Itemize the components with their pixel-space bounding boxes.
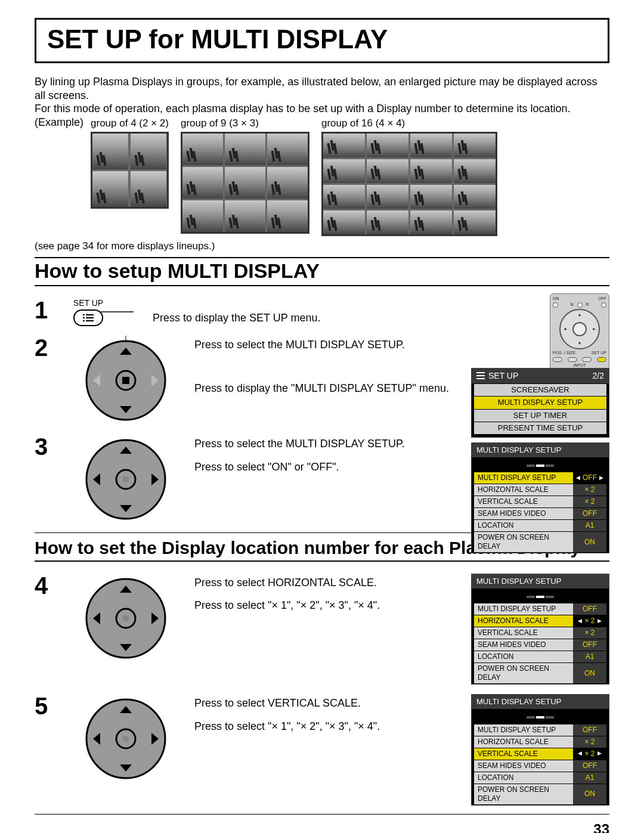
- osd-row-label: LOCATION: [474, 520, 573, 531]
- triangle-right-icon: ▶: [599, 475, 603, 481]
- group-4-label: group of 4 (2 × 2): [91, 117, 169, 129]
- osd-item-screensaver: SCREENSAVER: [474, 384, 606, 396]
- mode-note: For this mode of operation, each plasma …: [35, 102, 609, 116]
- step-1-text: Press to display the SET UP menu.: [153, 311, 609, 325]
- osd-row-label: LOCATION: [474, 651, 573, 662]
- osd-row-value: OFF: [583, 761, 597, 770]
- setup-button-label: SET UP: [73, 298, 103, 309]
- svg-rect-23: [123, 476, 129, 482]
- dpad-all-icon: [81, 435, 171, 524]
- osd-row-value: × 2: [584, 750, 595, 758]
- osd-mds-title: MULTI DISPLAY SETUP: [472, 574, 609, 589]
- step-5: 5 Press to select VERTICAL SCALE. Press …: [35, 689, 609, 810]
- osd-row-value: × 2: [584, 485, 595, 494]
- svg-rect-0: [83, 314, 85, 315]
- osd-row-label: VERTICAL SCALE: [474, 748, 573, 760]
- osd-row-value: A1: [586, 521, 595, 530]
- osd-mds-menu-1: MULTI DISPLAY SETUP MULTI DISPLAY SETUP◀…: [471, 442, 609, 554]
- see-page-note: (see page 34 for more displays lineups.): [35, 240, 609, 252]
- osd-mds-title: MULTI DISPLAY SETUP: [472, 443, 609, 457]
- osd-row-label: HORIZONTAL SCALE: [474, 615, 573, 627]
- step-4: 4 Press to select HORIZONTAL SCALE. Pres…: [35, 569, 609, 690]
- osd-row-label: HORIZONTAL SCALE: [474, 736, 573, 748]
- step-number: 3: [35, 435, 57, 459]
- page-title: SET UP for MULTI DISPLAY: [47, 23, 597, 55]
- osd-row-value: ON: [584, 789, 595, 798]
- triangle-left-icon: ◀: [578, 618, 582, 624]
- osd-setup-menu: SET UP 2/2 SCREENSAVER MULTI DISPLAY SET…: [471, 368, 609, 438]
- osd-row-label: VERTICAL SCALE: [474, 627, 573, 639]
- page-title-box: SET UP for MULTI DISPLAY: [35, 18, 609, 63]
- divider: [35, 285, 609, 286]
- osd-mds-menu-2: MULTI DISPLAY SETUP MULTI DISPLAY SETUPO…: [471, 574, 609, 685]
- step-4-text-a: Press to select HORIZONTAL SCALE.: [194, 576, 459, 590]
- osd-row-label: POWER ON SCREEN DELAY: [474, 532, 573, 552]
- svg-rect-4: [83, 320, 85, 321]
- osd-row-label: MULTI DISPLAY SETUP: [474, 724, 573, 736]
- osd-row-value: OFF: [583, 605, 597, 614]
- osd-row-value: ON: [584, 669, 595, 678]
- osd-row-label: MULTI DISPLAY SETUP: [474, 472, 573, 484]
- step-2-text-a: Press to select the MULTI DISPLAY SETUP.: [194, 338, 609, 352]
- osd-row-label: VERTICAL SCALE: [474, 496, 573, 507]
- svg-rect-14: [476, 372, 485, 373]
- osd-row-value: OFF: [583, 640, 597, 649]
- step-5-text-a: Press to select VERTICAL SCALE.: [194, 696, 459, 710]
- step-number: 4: [35, 574, 57, 597]
- osd-mds-title: MULTI DISPLAY SETUP: [472, 695, 609, 709]
- step-number: 2: [35, 336, 57, 360]
- example-label: (Example): [35, 116, 83, 129]
- step-1: 1 SET UP Press to display the SET UP men…: [35, 293, 609, 332]
- list-icon: [73, 309, 103, 326]
- osd-row-label: MULTI DISPLAY SETUP: [474, 603, 573, 615]
- svg-rect-16: [476, 378, 485, 379]
- svg-rect-30: [123, 615, 129, 621]
- osd-row-label: POWER ON SCREEN DELAY: [474, 784, 573, 804]
- osd-row-value: × 2: [584, 738, 595, 747]
- dpad-all-icon: [81, 694, 171, 784]
- osd-row-value: × 2: [584, 497, 595, 506]
- osd-row-value: × 2: [584, 617, 595, 625]
- step-4-text-b: Press to select "× 1", "× 2", "× 3", "× …: [194, 599, 459, 612]
- osd-row-label: POWER ON SCREEN DELAY: [474, 663, 573, 683]
- osd-row-value: OFF: [583, 509, 597, 518]
- group-9: group of 9 (3 × 3): [181, 117, 309, 234]
- osd-row-value: A1: [586, 652, 595, 661]
- osd-mds-menu-3: MULTI DISPLAY SETUP MULTI DISPLAY SETUPO…: [471, 694, 609, 806]
- svg-rect-3: [86, 317, 94, 318]
- osd-row-label: SEAM HIDES VIDEO: [474, 508, 573, 519]
- setup-button-graphic: SET UP: [73, 298, 103, 327]
- intro-text: By lining up Plasma Displays in groups, …: [35, 75, 609, 102]
- osd-setup-title: SET UP: [488, 371, 518, 382]
- divider: [35, 814, 609, 815]
- dpad-all-icon: [81, 574, 171, 663]
- triangle-right-icon: ▶: [597, 618, 602, 624]
- osd-row-label: SEAM HIDES VIDEO: [474, 760, 573, 772]
- group-16: group of 16 (4 × 4): [321, 117, 497, 236]
- hamburger-icon: SET UP: [476, 371, 518, 382]
- triangle-left-icon: ◀: [576, 475, 580, 481]
- triangle-right-icon: ▶: [597, 750, 602, 757]
- step-5-text-b: Press to select "× 1", "× 2", "× 3", "× …: [194, 720, 459, 733]
- group-4: group of 4 (2 × 2): [91, 117, 169, 209]
- step-number: 5: [35, 694, 57, 718]
- page-number: 33: [35, 820, 609, 834]
- triangle-left-icon: ◀: [578, 750, 582, 757]
- dpad-up-down-icon: [81, 336, 171, 425]
- svg-rect-1: [86, 314, 94, 315]
- osd-row-value: OFF: [583, 473, 597, 482]
- osd-row-value: OFF: [583, 726, 597, 735]
- section1-title: How to setup MULTI DISPLAY: [35, 258, 609, 284]
- osd-page-indicator: 2/2: [593, 371, 604, 382]
- svg-rect-13: [122, 377, 129, 384]
- svg-rect-5: [86, 320, 94, 321]
- osd-item-setup-timer: SET UP TIMER: [474, 410, 606, 422]
- osd-item-multi-display-setup: MULTI DISPLAY SETUP: [474, 397, 606, 408]
- svg-rect-2: [83, 317, 85, 318]
- osd-row-label: HORIZONTAL SCALE: [474, 484, 573, 496]
- osd-row-label: LOCATION: [474, 772, 573, 784]
- group-9-label: group of 9 (3 × 3): [181, 117, 309, 129]
- osd-row-value: × 2: [584, 628, 595, 637]
- svg-rect-37: [123, 736, 129, 742]
- osd-row-value: A1: [586, 773, 595, 782]
